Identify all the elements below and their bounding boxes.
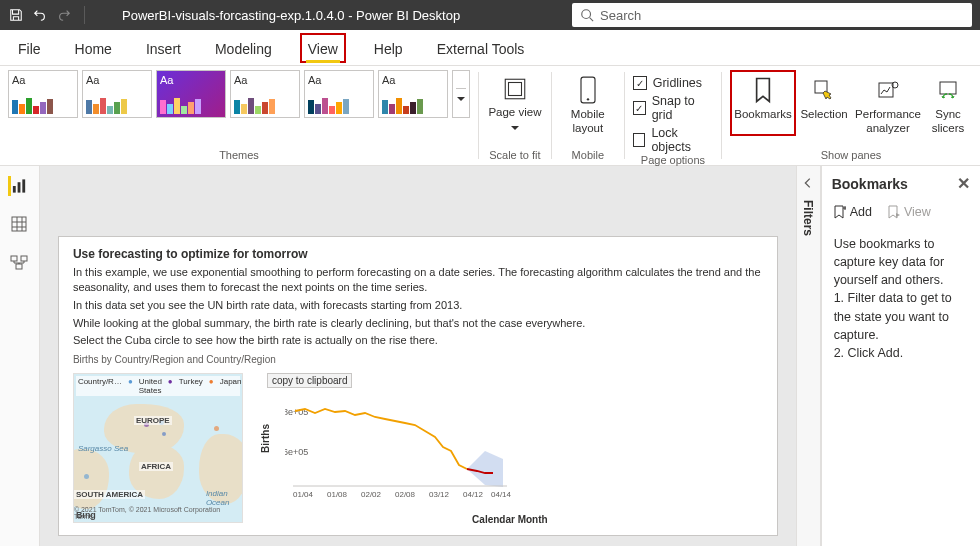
line-chart-visual[interactable]: copy to clipboard Births Calendar Month …	[257, 373, 763, 523]
theme-option[interactable]: Aa	[304, 70, 374, 118]
theme-option[interactable]: Aa	[230, 70, 300, 118]
menu-view[interactable]: View	[300, 33, 346, 63]
report-view-icon[interactable]	[8, 176, 28, 196]
svg-text:04/14: 04/14	[491, 490, 512, 499]
performance-icon	[876, 76, 900, 104]
lock-checkbox[interactable]: Lock objects	[633, 126, 713, 154]
showpanes-label: Show panes	[730, 149, 972, 163]
selection-icon	[812, 76, 836, 104]
menu-file[interactable]: File	[12, 35, 47, 61]
menu-external-tools[interactable]: External Tools	[431, 35, 531, 61]
svg-rect-9	[940, 82, 956, 94]
mobile-layout-button[interactable]: Mobile layout	[560, 70, 616, 136]
report-title: Use forecasting to optimize for tomorrow	[73, 247, 763, 261]
svg-rect-11	[18, 182, 21, 192]
map-title: Births by Country/Region and Country/Reg…	[73, 354, 763, 365]
theme-option[interactable]: Aa	[378, 70, 448, 118]
map-legend: Country/R…●United States●Turkey●Japan	[76, 376, 240, 396]
svg-rect-18	[11, 256, 17, 261]
view-switcher	[0, 166, 40, 546]
filters-pane-collapsed[interactable]: Filters	[796, 166, 821, 546]
bookmark-view-icon	[886, 205, 900, 219]
undo-icon[interactable]	[32, 7, 48, 23]
menu-home[interactable]: Home	[69, 35, 118, 61]
svg-rect-10	[13, 186, 16, 193]
menu-help[interactable]: Help	[368, 35, 409, 61]
data-view-icon[interactable]	[9, 214, 29, 234]
theme-option[interactable]: Aa	[8, 70, 78, 118]
page-view-icon	[502, 76, 528, 102]
svg-text:6e+05: 6e+05	[285, 447, 308, 457]
bookmark-view-button: View	[886, 205, 931, 219]
svg-rect-13	[12, 217, 26, 231]
map-visual[interactable]: Country/R…●United States●Turkey●Japan EU…	[73, 373, 243, 523]
bookmarks-pane-title: Bookmarks	[832, 176, 908, 192]
copy-clipboard-button[interactable]: copy to clipboard	[267, 373, 353, 388]
mobile-icon	[578, 76, 598, 104]
close-icon[interactable]: ✕	[957, 174, 970, 193]
svg-rect-3	[508, 83, 521, 96]
save-icon[interactable]	[8, 7, 24, 23]
svg-text:02/02: 02/02	[361, 490, 382, 499]
svg-point-0	[582, 10, 591, 19]
menu-insert[interactable]: Insert	[140, 35, 187, 61]
expand-icon[interactable]	[801, 176, 815, 190]
sync-slicers-button[interactable]: Sync slicers	[924, 70, 972, 136]
bookmarks-tip: Use bookmarks to capture key data for yo…	[822, 223, 980, 374]
svg-text:01/04: 01/04	[293, 490, 314, 499]
svg-rect-20	[16, 264, 22, 269]
svg-text:03/12: 03/12	[429, 490, 450, 499]
search-icon	[580, 8, 594, 22]
svg-rect-19	[21, 256, 27, 261]
svg-line-1	[590, 18, 594, 22]
redo-icon[interactable]	[56, 7, 72, 23]
svg-text:04/12: 04/12	[463, 490, 484, 499]
titlebar: PowerBI-visuals-forcasting-exp.1.0.4.0 -…	[0, 0, 980, 30]
y-axis-label: Births	[260, 424, 271, 453]
svg-point-5	[587, 98, 589, 100]
svg-marker-23	[467, 451, 503, 487]
menubar: File Home Insert Modeling View Help Exte…	[0, 30, 980, 66]
menu-modeling[interactable]: Modeling	[209, 35, 278, 61]
window-title: PowerBI-visuals-forcasting-exp.1.0.4.0 -…	[122, 8, 460, 23]
bookmark-add-icon	[832, 205, 846, 219]
line-chart: 8e+05 6e+05 01/04 01/08 02/02 02/08 03/1…	[285, 391, 515, 501]
selection-button[interactable]: Selection	[796, 70, 852, 136]
performance-analyzer-button[interactable]: Performance analyzer	[852, 70, 924, 136]
ribbon: Aa Aa Aa Aa Aa Aa Themes Page view Scale…	[0, 66, 980, 166]
page-view-button[interactable]: Page view	[487, 70, 543, 130]
snap-checkbox[interactable]: ✓Snap to grid	[633, 94, 713, 122]
theme-option[interactable]: Aa	[156, 70, 226, 118]
report-page: Use forecasting to optimize for tomorrow…	[58, 236, 778, 536]
svg-rect-12	[22, 179, 25, 192]
scale-group-label: Scale to fit	[487, 149, 543, 163]
gridlines-checkbox[interactable]: ✓Gridlines	[633, 76, 713, 90]
x-axis-label: Calendar Month	[472, 514, 548, 525]
bookmark-icon	[751, 76, 775, 104]
filters-label: Filters	[801, 200, 815, 236]
svg-rect-7	[879, 83, 893, 97]
sync-icon	[936, 76, 960, 104]
themes-gallery[interactable]: Aa Aa Aa Aa Aa Aa	[8, 70, 470, 118]
bookmarks-button[interactable]: Bookmarks	[730, 70, 796, 136]
bookmarks-pane: Bookmarks ✕ Add View Use bookmarks to ca…	[821, 166, 980, 546]
model-view-icon[interactable]	[9, 252, 29, 272]
report-canvas[interactable]: Use forecasting to optimize for tomorrow…	[40, 166, 796, 546]
search-input[interactable]: Search	[572, 3, 972, 27]
bookmark-add-button[interactable]: Add	[832, 205, 872, 219]
mobile-group-label: Mobile	[560, 149, 616, 163]
themes-more-icon[interactable]	[452, 70, 470, 118]
theme-option[interactable]: Aa	[82, 70, 152, 118]
svg-text:01/08: 01/08	[327, 490, 348, 499]
themes-group-label: Themes	[8, 149, 470, 163]
svg-text:02/08: 02/08	[395, 490, 416, 499]
